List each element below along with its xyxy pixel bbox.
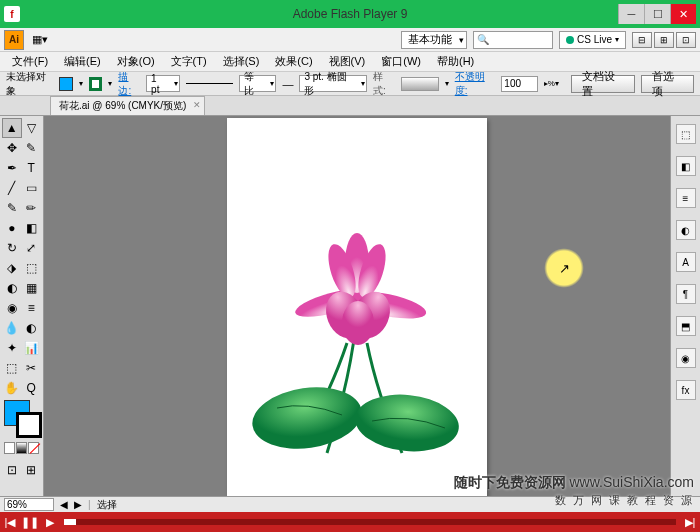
blob-brush-tool[interactable]: ● — [2, 218, 22, 238]
mesh-tool[interactable]: ◉ — [2, 298, 22, 318]
screen-mode-full[interactable]: ⊞ — [22, 460, 42, 480]
stroke-swatch-icon[interactable] — [16, 412, 42, 438]
panel-stroke-icon[interactable]: ≡ — [676, 188, 696, 208]
lotus-artwork — [247, 223, 467, 483]
stroke-color-swatch[interactable] — [89, 77, 103, 91]
stroke-label-link[interactable]: 描边: — [118, 70, 140, 98]
color-mode-solid[interactable] — [4, 442, 15, 454]
menu-select[interactable]: 选择(S) — [215, 54, 268, 69]
player-end-button[interactable]: ▶| — [680, 512, 700, 532]
menu-file[interactable]: 文件(F) — [4, 54, 56, 69]
search-input[interactable]: 🔍 — [473, 31, 553, 49]
opacity-label-link[interactable]: 不透明度: — [455, 70, 496, 98]
panel-gradient-icon[interactable]: ◐ — [676, 220, 696, 240]
selection-status: 未选择对象 — [6, 70, 53, 98]
eraser-tool[interactable]: ◧ — [22, 218, 42, 238]
panel-swatches-icon[interactable]: ◧ — [676, 156, 696, 176]
nav-prev-icon[interactable]: ◀ — [60, 499, 68, 510]
fill-color-swatch[interactable] — [59, 77, 72, 91]
menu-effect[interactable]: 效果(C) — [267, 54, 320, 69]
menu-window[interactable]: 窗口(W) — [373, 54, 429, 69]
menu-view[interactable]: 视图(V) — [321, 54, 374, 69]
window-controls: ─ ☐ ✕ — [618, 4, 696, 24]
menu-edit[interactable]: 编辑(E) — [56, 54, 109, 69]
illustrator-logo-icon: Ai — [4, 30, 24, 50]
rotate-tool[interactable]: ↻ — [2, 238, 22, 258]
brush-dropdown[interactable]: 3 pt. 椭圆形 — [299, 75, 367, 92]
line-tool[interactable]: ╱ — [2, 178, 22, 198]
gradient-tool[interactable]: ≡ — [22, 298, 42, 318]
dash-icon: — — [282, 78, 293, 90]
symbol-sprayer-tool[interactable]: ✦ — [2, 338, 22, 358]
nav-next-icon[interactable]: ▶ — [74, 499, 82, 510]
type-tool[interactable]: T — [22, 158, 42, 178]
zoom-level-dropdown[interactable]: 69% — [4, 498, 54, 511]
selection-tool[interactable]: ▲ — [2, 118, 22, 138]
rectangle-tool[interactable]: ▭ — [22, 178, 42, 198]
panel-effects-icon[interactable]: fx — [676, 380, 696, 400]
artboard-tool[interactable]: ⬚ — [2, 358, 22, 378]
player-rewind-button[interactable]: |◀ — [0, 512, 20, 532]
blend-tool[interactable]: ◐ — [22, 318, 42, 338]
eyedropper-tool[interactable]: 💧 — [2, 318, 22, 338]
screen-mode-normal[interactable]: ⊡ — [2, 460, 22, 480]
panel-color-icon[interactable]: ⬚ — [676, 124, 696, 144]
stroke-profile-preview — [186, 83, 233, 84]
cs-live-button[interactable]: CS Live▾ — [559, 31, 626, 49]
document-tab-bar: 荷花.ai @ 69% (CMYK/预览) ✕ — [0, 96, 700, 116]
style-label: 样式: — [373, 70, 395, 98]
fill-stroke-swatches[interactable] — [4, 400, 42, 438]
preferences-button[interactable]: 首选项 — [641, 75, 694, 93]
arrange-btn-2[interactable]: ⊞ — [654, 32, 674, 48]
graph-tool[interactable]: 📊 — [22, 338, 42, 358]
player-play-button[interactable]: ▶ — [40, 512, 60, 532]
panel-paragraph-icon[interactable]: ¶ — [676, 284, 696, 304]
minimize-button[interactable]: ─ — [618, 4, 644, 24]
stroke-profile-dropdown[interactable]: 等比 — [239, 75, 276, 92]
arrange-btn-1[interactable]: ⊟ — [632, 32, 652, 48]
arrange-btn-3[interactable]: ⊡ — [676, 32, 696, 48]
close-tab-icon[interactable]: ✕ — [193, 100, 201, 110]
color-mode-gradient[interactable] — [16, 442, 27, 454]
artboard[interactable] — [227, 118, 487, 496]
width-tool[interactable]: ⬗ — [2, 258, 22, 278]
panel-appearance-icon[interactable]: ◉ — [676, 348, 696, 368]
player-pause-button[interactable]: ❚❚ — [20, 512, 40, 532]
scale-tool[interactable]: ⤢ — [22, 238, 42, 258]
zoom-tool[interactable]: Q — [22, 378, 42, 398]
stroke-weight-dropdown[interactable]: 1 pt — [146, 75, 180, 92]
panel-dock: ⬚ ◧ ≡ ◐ A ¶ ⬒ ◉ fx — [670, 116, 700, 496]
document-setup-button[interactable]: 文档设置 — [571, 75, 635, 93]
flash-player-titlebar: f Adobe Flash Player 9 ─ ☐ ✕ — [0, 0, 700, 28]
svg-point-9 — [342, 301, 374, 345]
document-tab[interactable]: 荷花.ai @ 69% (CMYK/预览) ✕ — [50, 96, 205, 115]
color-mode-none[interactable] — [28, 442, 39, 454]
close-button[interactable]: ✕ — [670, 4, 696, 24]
menu-object[interactable]: 对象(O) — [109, 54, 163, 69]
direct-selection-tool[interactable]: ▽ — [22, 118, 42, 138]
opacity-input[interactable]: 100 — [501, 76, 537, 92]
menu-help[interactable]: 帮助(H) — [429, 54, 482, 69]
graphic-style-swatch[interactable] — [401, 77, 439, 91]
color-mode-buttons — [4, 442, 39, 454]
pencil-tool[interactable]: ✏ — [22, 198, 42, 218]
slice-tool[interactable]: ✂ — [22, 358, 42, 378]
pen-tool[interactable]: ✒ — [2, 158, 22, 178]
perspective-grid-tool[interactable]: ▦ — [22, 278, 42, 298]
maximize-button[interactable]: ☐ — [644, 4, 670, 24]
watermark-overlay: 随时下免费资源网 www.SuiShiXia.com 数 万 网 课 教 程 资… — [454, 473, 694, 508]
paintbrush-tool[interactable]: ✎ — [2, 198, 22, 218]
hand-tool[interactable]: ✋ — [2, 378, 22, 398]
player-progress-track[interactable] — [64, 519, 676, 525]
panel-transparency-icon[interactable]: ⬒ — [676, 316, 696, 336]
control-panel: 未选择对象 ▾ ▾ 描边: 1 pt 等比 — 3 pt. 椭圆形 样式: ▾ … — [0, 72, 700, 96]
lasso-tool[interactable]: ✎ — [22, 138, 42, 158]
shape-builder-tool[interactable]: ◐ — [2, 278, 22, 298]
bridge-icon[interactable]: ▦▾ — [32, 33, 48, 46]
canvas-area[interactable] — [44, 116, 670, 496]
menu-type[interactable]: 文字(T) — [163, 54, 215, 69]
workspace-switcher[interactable]: 基本功能 — [401, 31, 467, 49]
magic-wand-tool[interactable]: ✥ — [2, 138, 22, 158]
panel-character-icon[interactable]: A — [676, 252, 696, 272]
free-transform-tool[interactable]: ⬚ — [22, 258, 42, 278]
